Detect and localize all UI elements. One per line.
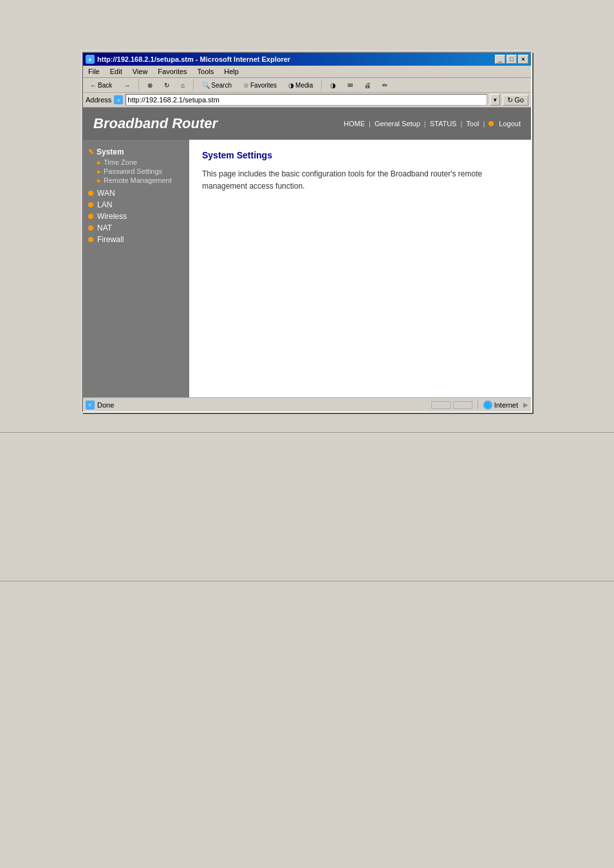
zone-label: Internet (494, 401, 518, 409)
main-content: ✎ System ▶ Time Zone ▶ Password Settings (83, 140, 531, 397)
minimize-button[interactable]: _ (495, 55, 505, 64)
sidebar-item-password[interactable]: ▶ Password Settings (97, 167, 184, 176)
router-title: Broadband Router (93, 115, 218, 132)
menu-view[interactable]: View (130, 67, 151, 76)
content-panel: System Settings This page includes the b… (189, 140, 531, 397)
toolbar-separator-2 (193, 79, 194, 91)
sidebar-system-label: System (97, 147, 124, 156)
sidebar-item-remote[interactable]: ▶ Remote Management (97, 176, 184, 185)
title-bar: e http://192.168.2.1/setupa.stm - Micros… (83, 53, 531, 66)
browser-icon: e (86, 55, 95, 64)
status-right: 🌐 Internet ▶ (431, 401, 528, 410)
sidebar-firewall-label: Firewall (97, 235, 124, 244)
title-bar-text: e http://192.168.2.1/setupa.stm - Micros… (86, 55, 290, 64)
stop-button[interactable]: ⊗ (143, 80, 157, 90)
sidebar-wan-label: WAN (97, 189, 115, 198)
browser-window: e http://192.168.2.1/setupa.stm - Micros… (82, 52, 532, 413)
nav-general-setup[interactable]: General Setup (375, 120, 420, 127)
window-controls: _ □ × (495, 55, 528, 64)
toolbar-separator-3 (321, 79, 322, 91)
sidebar: ✎ System ▶ Time Zone ▶ Password Settings (83, 140, 189, 397)
content-description: This page includes the basic configurati… (202, 168, 518, 193)
window-title: http://192.168.2.1/setupa.stm - Microsof… (97, 55, 290, 63)
router-header: Broadband Router HOME | General Setup | … (83, 108, 531, 140)
status-page-icon: e (86, 401, 95, 410)
print-button[interactable]: 🖨 (360, 80, 375, 90)
status-text: e Done (86, 401, 431, 410)
status-bar: e Done 🌐 Internet ▶ (83, 397, 531, 411)
arrow-icon: ▶ (97, 160, 101, 165)
sidebar-system-heading: ✎ System (88, 147, 184, 156)
history-button[interactable]: ◑ (326, 80, 340, 90)
sidebar-section-system: ✎ System ▶ Time Zone ▶ Password Settings (88, 147, 184, 185)
sidebar-password-label: Password Settings (104, 167, 162, 175)
menu-edit[interactable]: Edit (107, 67, 125, 76)
dot-icon-lan (88, 202, 93, 207)
sidebar-timezone-label: Time Zone (104, 158, 137, 166)
divider-2 (0, 581, 614, 581)
back-icon: ← (90, 82, 97, 89)
sidebar-item-wan[interactable]: WAN (88, 187, 184, 199)
status-done: Done (97, 401, 114, 409)
arrow-icon: ▶ (97, 169, 101, 175)
sidebar-item-wireless[interactable]: Wireless (88, 211, 184, 222)
go-button[interactable]: ↻ Go (503, 95, 528, 106)
sidebar-lan-label: LAN (97, 200, 112, 209)
progress-area (431, 401, 472, 409)
browser-content: Broadband Router HOME | General Setup | … (83, 108, 531, 397)
toolbar-separator-1 (138, 79, 139, 91)
back-button[interactable]: ← ← Back Back (86, 80, 116, 90)
mail-button[interactable]: ✉ (343, 80, 357, 90)
router-nav: HOME | General Setup | STATUS | Tool | L… (344, 120, 521, 127)
sidebar-nat-label: NAT (97, 223, 112, 232)
status-zone: 🌐 Internet (478, 401, 518, 410)
dot-icon-nat (88, 225, 93, 231)
sidebar-remote-label: Remote Management (104, 176, 172, 184)
toolbar: ← ← Back Back → ⊗ ↻ ⌂ 🔍 Search ☆ Favorit… (83, 78, 531, 93)
search-icon: 🔍 (202, 82, 210, 89)
edit-button[interactable]: ✏ (378, 80, 392, 90)
nav-home[interactable]: HOME (344, 120, 365, 127)
nav-status[interactable]: STATUS (430, 120, 457, 127)
progress-seg-2 (453, 401, 472, 409)
media-icon: ◑ (288, 82, 294, 89)
sidebar-item-firewall[interactable]: Firewall (88, 234, 184, 245)
dot-icon-firewall (88, 237, 93, 242)
content-title: System Settings (202, 150, 518, 160)
address-input[interactable] (126, 94, 487, 106)
progress-seg-1 (431, 401, 451, 409)
sidebar-item-nat[interactable]: NAT (88, 222, 184, 234)
home-button[interactable]: ⌂ (176, 80, 189, 90)
menu-tools[interactable]: Tools (195, 67, 217, 76)
system-icon: ✎ (88, 148, 94, 156)
search-button[interactable]: 🔍 Search (198, 80, 236, 90)
menu-bar: File Edit View Favorites Tools Help (83, 66, 531, 78)
menu-help[interactable]: Help (221, 67, 241, 76)
star-icon: ☆ (243, 82, 249, 89)
sidebar-sub-items: ▶ Time Zone ▶ Password Settings ▶ Remote… (88, 158, 184, 185)
dot-icon-wan (88, 191, 93, 196)
resize-grip: ▶ (523, 401, 528, 408)
close-button[interactable]: × (518, 55, 528, 64)
nav-tool[interactable]: Tool (466, 120, 479, 127)
menu-file[interactable]: File (86, 67, 102, 76)
dot-icon-wireless (88, 214, 93, 219)
forward-button[interactable]: → (119, 80, 135, 90)
divider-1 (0, 432, 614, 433)
favorites-button[interactable]: ☆ Favorites (239, 80, 281, 90)
sidebar-wireless-label: Wireless (97, 212, 127, 221)
menu-favorites[interactable]: Favorites (155, 67, 189, 76)
address-bar: Address e ▼ ↻ Go (83, 93, 531, 108)
logout-icon (488, 121, 494, 126)
maximize-button[interactable]: □ (507, 55, 517, 64)
sidebar-item-lan[interactable]: LAN (88, 199, 184, 211)
refresh-button[interactable]: ↻ (160, 80, 174, 90)
sidebar-item-timezone[interactable]: ▶ Time Zone (97, 158, 184, 167)
address-label: Address (86, 96, 111, 104)
go-icon: ↻ (507, 96, 513, 104)
media-button[interactable]: ◑ Media (284, 80, 317, 90)
nav-logout[interactable]: Logout (499, 120, 521, 127)
arrow-icon: ▶ (97, 178, 101, 184)
address-dropdown[interactable]: ▼ (490, 94, 500, 106)
internet-icon: 🌐 (483, 401, 492, 410)
